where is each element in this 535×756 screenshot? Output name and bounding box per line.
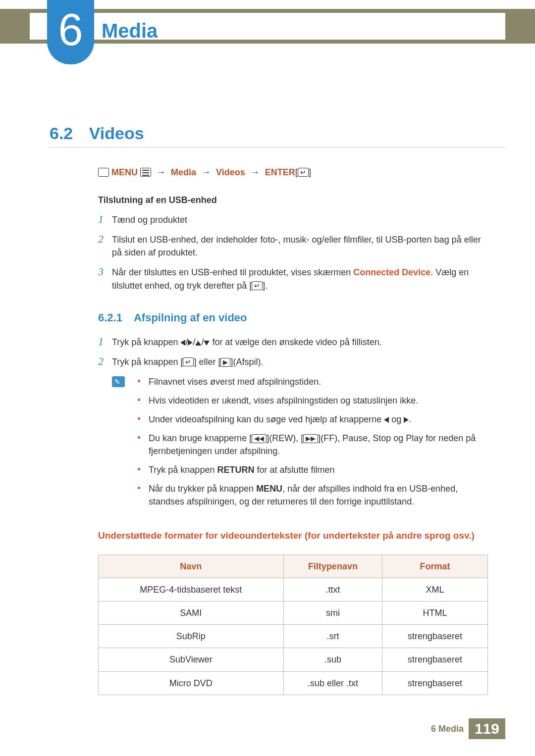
subtitle-formats-heading: Understøttede formater for videoundertek…: [98, 529, 488, 543]
chapter-title: Media: [102, 20, 158, 42]
bullet-item: Hvis videotiden er ukendt, vises afspiln…: [138, 394, 488, 407]
table-row: Micro DVD .sub eller .txt strengbaseret: [99, 671, 488, 695]
list-item: 2 Tryk på knappen [] eller [▶](Afspil).: [98, 355, 488, 368]
bullet-item: Tryk på knappen RETURN for at afslutte f…: [138, 463, 488, 476]
list-item: 2Tilslut en USB-enhed, der indeholder fo…: [98, 233, 488, 259]
arrow-sep: →: [251, 167, 260, 177]
note-bullets: Filnavnet vises øverst med afspilningsti…: [138, 375, 488, 514]
fastforward-icon: ▶▶: [303, 434, 318, 443]
return-label: RETURN: [217, 465, 254, 475]
menu-icon: [140, 168, 151, 177]
col-name: Navn: [99, 555, 284, 578]
table-header-row: Navn Filtypenavn Format: [99, 555, 488, 578]
footer-label: 6 Media: [431, 724, 464, 734]
list-item: 1 Tryk på knappen /// for at vælge den ø…: [98, 336, 488, 349]
connected-device-label: Connected Device: [353, 267, 430, 277]
table-row: MPEG-4-tidsbaseret tekst .ttxt XML: [99, 578, 488, 602]
subsection-number: 6.2.1: [98, 311, 122, 324]
subsection-title: Afspilning af en video: [134, 311, 247, 324]
path-videos: Videos: [216, 167, 245, 177]
down-arrow-icon: [204, 341, 210, 346]
arrow-sep: →: [202, 167, 211, 177]
bullet-item: Filnavnet vises øverst med afspilningsti…: [138, 375, 488, 388]
col-format: Format: [382, 555, 488, 578]
usb-steps: 1Tænd og produktet 2Tilslut en USB-enhed…: [98, 213, 488, 292]
arrow-sep: →: [157, 167, 165, 177]
path-media: Media: [171, 167, 196, 177]
left-arrow-icon: [180, 340, 185, 346]
note-icon: [112, 376, 125, 387]
menu-label: MENU: [111, 167, 138, 177]
enter-icon: [183, 357, 194, 366]
table-row: SubViewer .sub strengbaseret: [99, 648, 488, 671]
play-icon: ▶: [220, 358, 230, 367]
play-steps: 1 Tryk på knappen /// for at vælge den ø…: [98, 336, 488, 368]
step-text: Tænd og produktet: [112, 213, 488, 226]
up-arrow-icon: [195, 341, 201, 346]
section-number: 6.2: [50, 124, 73, 143]
content-area: MENU → Media → Videos → ENTER[] Tilslutn…: [98, 166, 488, 695]
list-item: 1Tænd og produktet: [98, 213, 488, 226]
menu-label-inline: MENU: [256, 484, 282, 494]
step-text: Tryk på knappen /// for at vælge den øns…: [112, 336, 488, 349]
enter-icon: [298, 168, 309, 177]
menu-path: MENU → Media → Videos → ENTER[]: [98, 166, 488, 179]
step-text: Tryk på knappen [] eller [▶](Afspil).: [112, 355, 488, 368]
right-arrow-icon: [188, 340, 193, 346]
section-title: Videos: [89, 124, 144, 143]
header-band-inner: [30, 13, 505, 40]
chapter-badge: 6: [47, 0, 94, 64]
footer: 6 Media 119: [431, 718, 505, 739]
note-block: Filnavnet vises øverst med afspilningsti…: [112, 375, 488, 514]
remote-hand-icon: [98, 168, 109, 177]
page-number: 119: [469, 718, 505, 739]
rewind-icon: ◀◀: [252, 434, 267, 443]
table-row: SubRip .srt strengbaseret: [99, 625, 488, 648]
left-arrow-icon: [384, 417, 389, 423]
bullet-item: Du kan bruge knapperne [◀◀](REW), [▶▶](F…: [138, 432, 488, 457]
enter-label: ENTER: [265, 167, 295, 177]
table-row: SAMI smi HTML: [99, 602, 488, 625]
section-header: 6.2 Videos: [50, 124, 505, 148]
chapter-number: 6: [58, 5, 83, 54]
step-text: Når der tilsluttes en USB-enhed til prod…: [112, 266, 488, 292]
right-arrow-icon: [404, 417, 409, 423]
step-text: Tilslut en USB-enhed, der indeholder fot…: [112, 233, 488, 259]
subtitle-formats-table: Navn Filtypenavn Format MPEG-4-tidsbaser…: [98, 554, 488, 695]
bullet-item: Under videoafspilning kan du søge ved hj…: [138, 413, 488, 426]
enter-icon: [252, 281, 263, 290]
usb-heading: Tilslutning af en USB-enhed: [98, 194, 488, 206]
list-item: 3 Når der tilsluttes en USB-enhed til pr…: [98, 266, 488, 292]
col-filetype: Filtypenavn: [283, 555, 382, 578]
bullet-item: Når du trykker på knappen MENU, når der …: [138, 482, 488, 508]
subsection-header: 6.2.1 Afspilning af en video: [98, 310, 488, 326]
